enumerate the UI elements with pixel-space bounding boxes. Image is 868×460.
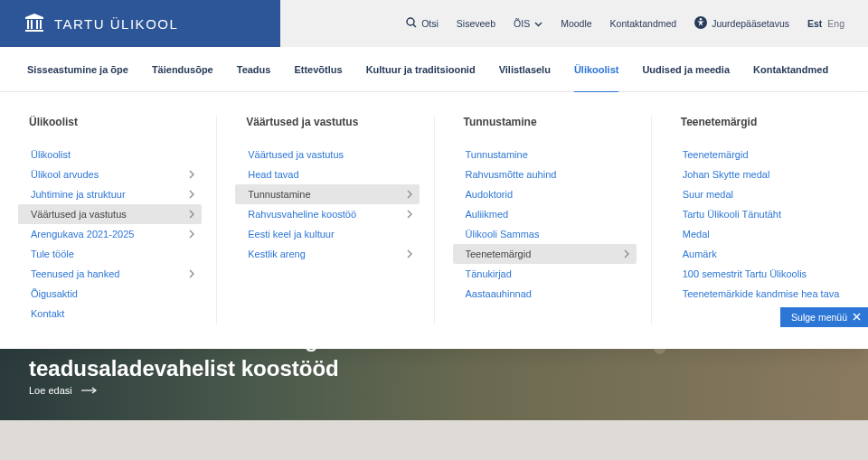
accessibility-link[interactable]: Juurdepääsetavus	[694, 16, 789, 31]
mega-item[interactable]: Tunnustamine	[453, 145, 637, 164]
chevron-right-icon	[407, 186, 412, 202]
mega-item[interactable]: Audoktorid	[453, 184, 637, 204]
mega-item-label: 100 semestrit Tartu Ülikoolis	[683, 268, 807, 279]
mega-item[interactable]: Rahvusmõtte auhind	[453, 164, 637, 184]
mega-item-label: Tule tööle	[31, 249, 74, 259]
mega-item-label: Juhtimine ja struktuur	[31, 189, 126, 200]
svg-rect-2	[36, 20, 38, 29]
mega-column: TeenetemärgidTeenetemärgidJohan Skytte m…	[652, 116, 868, 324]
nav-item[interactable]: Vilistlaselu	[499, 47, 551, 92]
chevron-right-icon	[407, 206, 412, 222]
mega-item-label: Auliikmed	[466, 209, 509, 220]
mega-column-title: Väärtused ja vastutus	[246, 116, 410, 128]
mega-item[interactable]: Tänukirjad	[453, 264, 637, 284]
mega-item[interactable]: Ülikool arvudes	[18, 164, 202, 184]
nav-item[interactable]: Täiendusõpe	[152, 47, 213, 92]
svg-point-8	[700, 18, 702, 20]
mega-column: TunnustamineTunnustamineRahvusmõtte auhi…	[435, 116, 652, 324]
mega-column: ÜlikoolistÜlikoolistÜlikool arvudesJuhti…	[0, 116, 217, 324]
chevron-right-icon	[189, 266, 194, 282]
nav-item[interactable]: Ettevõtlus	[294, 47, 342, 92]
svg-rect-3	[40, 20, 42, 29]
chevron-right-icon	[189, 206, 194, 222]
search-button[interactable]: Otsi	[406, 17, 439, 30]
footer-gap	[0, 420, 868, 460]
chevron-right-icon	[189, 166, 194, 183]
mega-item[interactable]: Juhtimine ja struktuur	[18, 184, 202, 204]
mega-item[interactable]: Aastaauhinnad	[453, 284, 637, 304]
nav-item[interactable]: Teadus	[237, 47, 271, 92]
mega-item[interactable]: Väärtused ja vastutus	[235, 145, 419, 164]
mega-item[interactable]: Medal	[670, 224, 854, 244]
svg-rect-1	[31, 20, 33, 29]
mega-item[interactable]: Teenetemärgid	[453, 244, 637, 264]
mega-item-label: Kontakt	[31, 308, 64, 319]
lang-est[interactable]: Est	[807, 18, 822, 29]
mega-item-label: Ülikoolist	[31, 149, 71, 160]
mega-item-label: Arengukava 2021-2025	[31, 229, 134, 239]
chevron-right-icon	[189, 186, 194, 202]
mega-item-label: Teenetemärgid	[683, 149, 749, 160]
mega-item-label: Aumärk	[683, 249, 717, 259]
mega-item[interactable]: Tunnustamine	[235, 184, 419, 204]
mega-item[interactable]: 100 semestrit Tartu Ülikoolis	[670, 264, 854, 284]
mega-menu: ÜlikoolistÜlikoolistÜlikool arvudesJuhti…	[0, 92, 868, 349]
mega-column-title: Teenetemärgid	[681, 116, 844, 128]
mega-item-label: Suur medal	[683, 189, 733, 200]
nav-item[interactable]: Kultuur ja traditsioonid	[366, 47, 476, 92]
mega-item-label: Eesti keel ja kultuur	[248, 229, 334, 239]
mega-item-label: Teenetemärgid	[466, 249, 532, 259]
mega-item[interactable]: Kontakt	[18, 304, 202, 324]
mega-item[interactable]: Head tavad	[235, 164, 419, 184]
svg-point-5	[407, 18, 414, 25]
mega-item[interactable]: Ülikooli Sammas	[453, 224, 637, 244]
arrow-right-icon	[81, 385, 98, 396]
svg-rect-0	[27, 20, 29, 29]
chevron-right-icon	[624, 246, 629, 262]
ois-link[interactable]: ÕIS	[514, 18, 542, 29]
nav-item[interactable]: Sisseastumine ja õpe	[27, 47, 128, 92]
mega-item[interactable]: Tule tööle	[18, 244, 202, 264]
mega-item[interactable]: Väärtused ja vastutus	[18, 204, 202, 224]
svg-line-6	[413, 24, 416, 27]
mega-item[interactable]: Johan Skytte medal	[670, 164, 854, 184]
siseveeb-link[interactable]: Siseveeb	[457, 18, 495, 29]
nav-item[interactable]: Ülikoolist	[574, 47, 619, 92]
mega-item-label: Rahvusvaheline koostöö	[248, 209, 356, 220]
mega-item-label: Tartu Ülikooli Tänutäht	[683, 209, 781, 220]
mega-item[interactable]: Õigusaktid	[18, 284, 202, 304]
mega-item[interactable]: Auliikmed	[453, 204, 637, 224]
mega-item[interactable]: Teenetemärkide kandmise hea tava	[670, 284, 854, 304]
mega-item-label: Õigusaktid	[31, 288, 78, 299]
hero-read-more[interactable]: Loe edasi	[29, 385, 98, 396]
mega-item[interactable]: Rahvusvaheline koostöö	[235, 204, 419, 224]
mega-item[interactable]: Teenetemärgid	[670, 145, 854, 164]
mega-item-label: Väärtused ja vastutus	[31, 209, 127, 220]
nav-item[interactable]: Kontaktandmed	[753, 47, 828, 92]
mega-item[interactable]: Kestlik areng	[235, 244, 419, 264]
close-menu-button[interactable]: Sulge menüü	[780, 307, 868, 327]
kontakt-link[interactable]: Kontaktandmed	[610, 18, 677, 29]
brand[interactable]: TARTU ÜLIKOOL	[25, 0, 178, 47]
nav-item[interactable]: Uudised ja meedia	[642, 47, 730, 92]
mega-item[interactable]: Aumärk	[670, 244, 854, 264]
chevron-down-icon	[534, 18, 542, 29]
brand-text: TARTU ÜLIKOOL	[54, 16, 178, 32]
mega-item[interactable]: Suur medal	[670, 184, 854, 204]
mega-item[interactable]: Eesti keel ja kultuur	[235, 224, 419, 244]
lang-eng[interactable]: Eng	[827, 18, 844, 29]
moodle-link[interactable]: Moodle	[561, 18, 591, 29]
top-right-links: Otsi Siseveeb ÕIS Moodle Kontaktandmed J…	[280, 0, 868, 47]
mega-item[interactable]: Arengukava 2021-2025	[18, 224, 202, 244]
accessibility-icon	[694, 16, 707, 31]
search-label: Otsi	[421, 18, 439, 29]
university-pillars-icon	[25, 14, 43, 33]
mega-item[interactable]: Tartu Ülikooli Tänutäht	[670, 204, 854, 224]
mega-item-label: Head tavad	[248, 169, 298, 180]
svg-rect-4	[25, 30, 43, 32]
mega-item-label: Tunnustamine	[248, 189, 310, 200]
mega-item[interactable]: Teenused ja hanked	[18, 264, 202, 284]
mega-item-label: Ülikooli Sammas	[466, 229, 540, 239]
mega-column: Väärtused ja vastutusVäärtused ja vastut…	[217, 116, 434, 324]
mega-item[interactable]: Ülikoolist	[18, 145, 202, 164]
